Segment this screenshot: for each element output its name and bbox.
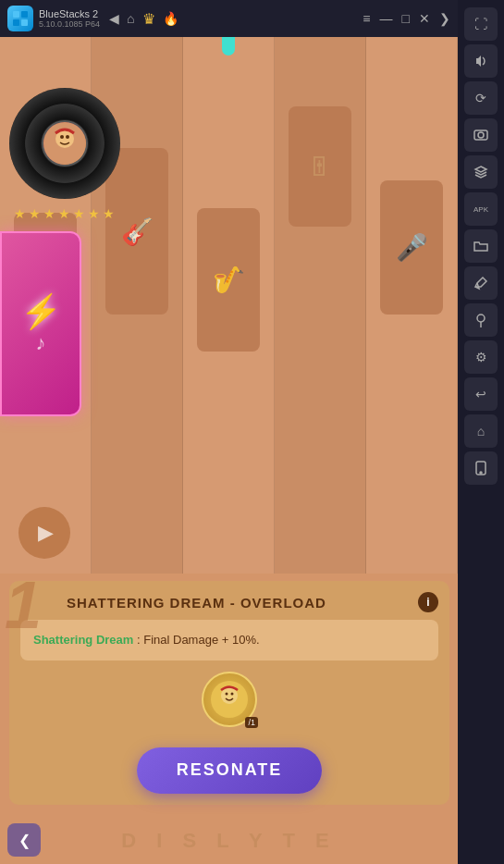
- app-version: 5.10.0.1085 P64: [39, 19, 100, 29]
- layers-btn[interactable]: [464, 155, 498, 189]
- star-6: ★: [88, 206, 100, 221]
- home-nav-icon[interactable]: ⌂: [127, 11, 134, 26]
- ability-title: SHATTERING DREAM - OVERLOAD: [67, 595, 326, 611]
- svg-rect-3: [21, 19, 28, 26]
- edit-btn[interactable]: [464, 266, 498, 300]
- microphone-icon: 🎤: [396, 232, 428, 263]
- star-3: ★: [43, 206, 55, 221]
- home-sidebar-btn[interactable]: ⌂: [464, 414, 498, 448]
- note-block-mixer: 🎚: [289, 106, 351, 227]
- music-note-icon: ♪: [36, 331, 46, 355]
- svg-rect-0: [13, 11, 19, 18]
- note-block-sax: 🎷: [197, 208, 260, 352]
- vinyl-disc: [9, 88, 120, 199]
- fire-nav-icon[interactable]: 🔥: [163, 11, 178, 26]
- mixer-icon: 🎚: [307, 152, 333, 182]
- back-button[interactable]: ❮: [7, 823, 41, 857]
- track-col-4[interactable]: 🎚: [275, 37, 366, 574]
- ability-panel: 1 SHATTERING DREAM - OVERLOAD i Shatteri…: [9, 581, 449, 805]
- char-icon-container: /1: [20, 672, 438, 738]
- ability-description-box: Shattering Dream : Final Damage + 10%.: [20, 620, 438, 660]
- maximize-icon[interactable]: □: [402, 11, 410, 26]
- char-level-badge: /1: [245, 717, 258, 728]
- ability-description: Shattering Dream : Final Damage + 10%.: [33, 631, 425, 649]
- track-col-3[interactable]: 🎷: [183, 37, 275, 574]
- ability-highlight: Shattering Dream: [33, 633, 133, 647]
- svg-point-11: [60, 135, 64, 139]
- play-button[interactable]: ▶: [18, 507, 70, 559]
- volume-btn[interactable]: [464, 44, 498, 78]
- track-col-5[interactable]: 🎤: [366, 37, 458, 574]
- svg-point-14: [221, 687, 238, 704]
- phone-sidebar-btn[interactable]: [464, 451, 498, 485]
- svg-point-16: [231, 692, 234, 695]
- app-logo: [7, 6, 33, 31]
- back-nav-icon[interactable]: ◀: [109, 11, 119, 26]
- crown-nav-icon[interactable]: ♛: [142, 10, 155, 28]
- char-icon[interactable]: /1: [202, 672, 257, 727]
- back-sidebar-btn[interactable]: ↩: [464, 377, 498, 411]
- guitar-icon: 🎸: [121, 216, 154, 247]
- star-5: ★: [73, 206, 85, 221]
- play-icon: ▶: [38, 521, 54, 545]
- game-area: 🥁 🎸 🎷 🎚 🎤: [0, 37, 458, 864]
- info-icon[interactable]: i: [418, 592, 438, 612]
- right-sidebar: ⛶ ⟳ APK ⚙ ↩: [458, 0, 504, 864]
- svg-point-8: [480, 472, 482, 474]
- minimize-icon[interactable]: —: [380, 11, 393, 26]
- arrow-icon[interactable]: ❯: [439, 11, 450, 26]
- expand-btn[interactable]: ⛶: [464, 7, 498, 41]
- stars-row: ★ ★ ★ ★ ★ ★ ★: [14, 206, 115, 221]
- back-chevron-icon: ❮: [18, 832, 31, 849]
- ability-number: 1: [5, 572, 42, 638]
- settings-btn[interactable]: ⚙: [464, 340, 498, 374]
- screenshot-btn[interactable]: [464, 118, 498, 152]
- falling-note: [222, 37, 235, 56]
- svg-point-6: [477, 315, 485, 322]
- topbar-nav: ◀ ⌂ ♛ 🔥: [109, 10, 178, 28]
- ability-header: SHATTERING DREAM - OVERLOAD i: [67, 592, 438, 612]
- svg-point-12: [66, 135, 69, 139]
- svg-rect-1: [21, 11, 28, 18]
- resonate-label: RESONATE: [177, 760, 283, 780]
- star-2: ★: [29, 206, 41, 221]
- bottom-game-title: D I S L Y T E: [0, 829, 458, 853]
- bolt-icon: ⚡: [20, 292, 62, 331]
- rotate-btn[interactable]: ⟳: [464, 81, 498, 115]
- svg-point-5: [478, 132, 484, 138]
- star-1: ★: [14, 206, 26, 221]
- svg-rect-2: [13, 19, 19, 26]
- pink-music-card[interactable]: ⚡ ♪: [0, 231, 81, 416]
- apk-btn[interactable]: APK: [464, 192, 498, 226]
- character-avatar: [43, 122, 86, 165]
- pin-btn[interactable]: [464, 303, 498, 337]
- vinyl-container: [9, 88, 120, 199]
- close-icon[interactable]: ✕: [419, 11, 430, 26]
- resonate-button[interactable]: RESONATE: [137, 747, 322, 794]
- topbar-controls: ≡ — □ ✕ ❯: [363, 11, 450, 26]
- vinyl-center: [42, 120, 88, 167]
- folder-btn[interactable]: [464, 229, 498, 263]
- topbar: BlueStacks 2 5.10.0.1085 P64 ◀ ⌂ ♛ 🔥 ≡ —…: [0, 0, 458, 37]
- saxophone-icon: 🎷: [213, 265, 245, 295]
- menu-icon[interactable]: ≡: [363, 11, 370, 26]
- svg-point-15: [226, 692, 228, 695]
- note-block-mic: 🎤: [380, 180, 443, 315]
- star-4: ★: [58, 206, 70, 221]
- app-name: BlueStacks 2: [39, 8, 100, 19]
- star-7: ★: [103, 206, 115, 221]
